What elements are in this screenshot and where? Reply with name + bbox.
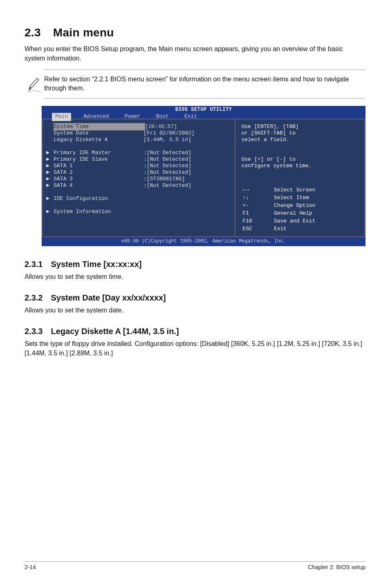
bios-screenshot: BIOS SETUP UTILITY Main Advanced Power B… [42, 106, 365, 246]
bios-row [46, 143, 231, 150]
bios-row: ►SATA 3:[ST380817AS] [46, 176, 231, 182]
legend-key: F10 [242, 218, 273, 224]
bios-row-label: Legacy Diskette A [54, 136, 143, 144]
section-title: 2.3Main menu [25, 25, 365, 40]
note-block: Refer to section “2.2.1 BIOS menu screen… [25, 73, 365, 93]
legend-key: +- [242, 202, 273, 209]
bios-row: ►SATA 2:[Not Detected] [46, 169, 231, 176]
legend-action: Save and Exit [273, 218, 360, 224]
bios-row-value: :[Not Detected] [143, 182, 231, 189]
bios-help-text: Use [ENTER], [TAB]or [SHIFT-TAB] toselec… [241, 123, 361, 186]
subsection-name: System Date [Day xx/xx/xxxx] [51, 293, 166, 302]
subsection-name: Legacy Diskette A [1.44M, 3.5 in.] [51, 327, 179, 336]
bios-row-label: System Information [54, 208, 143, 215]
bios-body: System Time[20:46:57] System Date[Fri 02… [42, 119, 365, 237]
section-name: Main menu [53, 26, 114, 39]
subsection-name: System Time [xx:xx:xx] [51, 260, 141, 269]
subsection-title: 2.3.1System Time [xx:xx:xx] [25, 258, 365, 270]
divider [44, 70, 365, 70]
bios-row-value: [1.44M, 3.5 in] [143, 136, 231, 144]
submenu-arrow-icon: ► [46, 208, 54, 215]
legend-row: +-Change Option [242, 202, 360, 209]
bios-row-label: IDE Configuration [54, 195, 143, 202]
legend-action: Select Screen [273, 186, 360, 193]
bios-tab-main: Main [52, 113, 71, 121]
legend-key: ESC [242, 225, 273, 232]
bios-left-pane: System Time[20:46:57] System Date[Fri 02… [42, 119, 235, 237]
bios-tab-boot: Boot [153, 113, 172, 121]
legend-action: Select Item [273, 194, 360, 201]
note-text: Refer to section “2.2.1 BIOS menu screen… [44, 73, 365, 93]
bios-row: ►Primary IDE Master:[Not Detected] [46, 150, 231, 156]
subsection-body: Allows you to set the system date. [25, 306, 365, 315]
legend-row: ESCExit [242, 225, 360, 232]
bios-row: Legacy Diskette A[1.44M, 3.5 in] [46, 137, 231, 143]
bios-row: ►Primary IDE Slave:[Not Detected] [46, 156, 231, 163]
subsection-title: 2.3.3Legacy Diskette A [1.44M, 3.5 in.] [25, 325, 365, 337]
legend-row: F1General Help [242, 210, 360, 217]
bios-tab-power: Power [121, 113, 144, 121]
section-number: 2.3 [25, 25, 41, 40]
bios-right-pane: Use [ENTER], [TAB]or [SHIFT-TAB] toselec… [235, 119, 365, 237]
intro-paragraph: When you enter the BIOS Setup program, t… [25, 45, 365, 63]
bios-row: ►IDE Configuration [46, 195, 231, 202]
bios-row: System Time[20:46:57] [46, 123, 231, 130]
bios-titlebar: BIOS SETUP UTILITY Main Advanced Power B… [42, 106, 365, 119]
bios-row: ►SATA 4:[Not Detected] [46, 182, 231, 189]
subsection-body: Sets the type of floppy drive installed.… [25, 339, 365, 358]
subsection-body: Allows you to set the system time. [25, 272, 365, 281]
bios-tab-exit: Exit [181, 113, 200, 121]
legend-action: Change Option [273, 202, 360, 209]
legend-key: ←→ [242, 186, 273, 193]
page-number: 2-14 [25, 563, 36, 572]
subsection-number: 2.3.1 [25, 258, 43, 270]
legend-row: ←→Select Screen [242, 186, 360, 193]
legend-row: ↑↓Select Item [242, 194, 360, 201]
subsection-title: 2.3.2System Date [Day xx/xx/xxxx] [25, 292, 365, 303]
bios-row: System Date[Fri 02/08/2002] [46, 130, 231, 137]
bios-row: ►System Information [46, 209, 231, 215]
legend-action: General Help [273, 210, 360, 217]
chapter-label: Chapter 2: BIOS setup [308, 563, 365, 572]
legend-key: F1 [242, 210, 273, 217]
bios-row [46, 202, 231, 209]
bios-row: ►SATA 1:[Not Detected] [46, 163, 231, 169]
bios-tab-advanced: Advanced [80, 113, 112, 121]
bios-key-legend: ←→Select Screen↑↓Select Item+-Change Opt… [241, 186, 361, 233]
bios-footer: v00.00 (C)Copyright 1985-2002, American … [42, 237, 365, 246]
bios-row [46, 189, 231, 195]
legend-action: Exit [273, 225, 360, 232]
divider [44, 98, 365, 99]
subsection-number: 2.3.2 [25, 292, 43, 303]
legend-key: ↑↓ [242, 194, 273, 201]
bios-row-label: SATA 4 [54, 182, 143, 189]
page-footer: 2-14 Chapter 2: BIOS setup [25, 561, 365, 572]
bios-header-text: BIOS SETUP UTILITY [175, 106, 232, 113]
pen-icon [25, 73, 44, 93]
subsection-number: 2.3.3 [25, 325, 43, 337]
legend-row: F10Save and Exit [242, 218, 360, 224]
